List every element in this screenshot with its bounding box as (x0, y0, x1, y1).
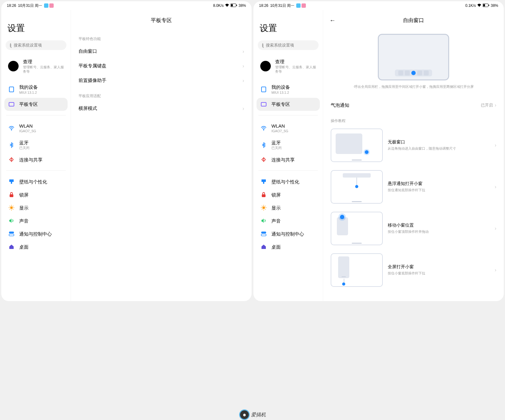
search-input[interactable] (14, 43, 66, 47)
search-icon (262, 43, 263, 47)
wifi-icon (225, 3, 229, 8)
svg-line-15 (13, 209, 13, 210)
lock-icon (8, 191, 15, 198)
section-label: 平板应用适配 (77, 88, 245, 101)
search-input[interactable] (266, 43, 318, 47)
svg-point-25 (263, 129, 264, 130)
sidebar-item-wlan[interactable]: WLANIGAO7_5G (257, 120, 320, 137)
back-button[interactable]: ← (329, 17, 336, 24)
row-landscape[interactable]: 横屏模式 › (77, 101, 245, 116)
main-panel: 平板专区 平板特色功能 自由窗口 › 平板专属键盘 › 前置摄像助手 › 平板应… (71, 10, 252, 301)
status-time: 18:26 (259, 3, 268, 8)
svg-rect-7 (11, 182, 12, 184)
sidebar-item-notification[interactable]: 通知与控制中心 (4, 227, 68, 240)
tutorial-fullscreen[interactable]: 全屏打开小窗 按住小窗底部操作杆下拉 › (329, 251, 498, 292)
wifi-icon (260, 125, 267, 132)
device-icon (260, 86, 267, 93)
tutorial-move-window[interactable]: 移动小窗位置 按住小窗顶部操作杆并拖动 › (329, 209, 498, 251)
page-header: 平板专区 (77, 10, 245, 31)
illustration-caption: ·呼出全局应用栏，拖拽应用至中间区域打开小窗，拖拽应用至两侧区域打开分屏 (344, 84, 483, 89)
sun-icon (260, 204, 267, 211)
chevron-right-icon: › (243, 78, 244, 84)
search-icon (10, 43, 11, 47)
sidebar-item-sound[interactable]: 声音 (257, 214, 320, 227)
net-speed: 0.1K/s (465, 3, 476, 8)
sidebar-item-lockscreen[interactable]: 锁屏 (257, 188, 320, 201)
sidebar-item-display[interactable]: 显示 (4, 201, 68, 214)
status-bar: 18:26 10月31日 周一 8.0K/s 38% (1, 1, 252, 10)
sidebar-item-tablet[interactable]: 平板专区 (4, 98, 68, 111)
home-icon (8, 243, 15, 250)
battery-pct: 38% (239, 3, 246, 8)
chevron-right-icon: › (495, 142, 496, 148)
svg-rect-39 (261, 234, 266, 236)
sun-icon (8, 204, 15, 211)
divider (258, 170, 318, 171)
sidebar-item-bluetooth[interactable]: 蓝牙已关闭 (257, 137, 320, 153)
svg-rect-19 (9, 234, 14, 236)
svg-rect-8 (10, 194, 13, 197)
account-row[interactable]: 查理 管理帐号、云服务、家人服务等 (257, 56, 320, 77)
device-icon (8, 86, 15, 93)
row-keyboard[interactable]: 平板专属键盘 › (77, 59, 245, 73)
svg-rect-1 (231, 4, 233, 6)
account-name: 查理 (23, 59, 64, 65)
svg-rect-24 (261, 102, 266, 106)
svg-line-34 (262, 206, 262, 206)
speaker-icon (8, 217, 15, 224)
lock-icon (260, 191, 267, 198)
sidebar-item-wlan[interactable]: WLANIGAO7_5G (4, 120, 68, 137)
sidebar-item-home[interactable]: 桌面 (4, 240, 68, 253)
settings-sidebar: 设置 查理 管理帐号、云服务、家人服务等 我的设备MIUI 13.1.2 平板专… (253, 10, 323, 301)
avatar (8, 61, 19, 71)
svg-line-17 (13, 206, 13, 206)
sidebar-item-wallpaper[interactable]: 壁纸与个性化 (257, 175, 320, 188)
svg-point-29 (262, 206, 265, 209)
sidebar-title: 设置 (257, 10, 320, 40)
account-row[interactable]: 查理 管理帐号、云服务、家人服务等 (4, 56, 68, 77)
svg-line-35 (265, 209, 266, 210)
bluetooth-icon (260, 142, 267, 148)
home-icon (260, 243, 267, 250)
row-camera-assist[interactable]: 前置摄像助手 › (77, 73, 245, 88)
screen-right: 18:26 10月31日 周一 0.1K/s 38% 设置 (253, 1, 504, 301)
row-free-window[interactable]: 自由窗口 › (77, 44, 245, 59)
search-box[interactable] (258, 40, 319, 50)
brush-icon (8, 178, 15, 185)
row-bubble-notification[interactable]: 气泡通知 已开启 › (329, 98, 498, 113)
screen-left: 18:26 10月31日 周一 8.0K/s 38% 设置 (1, 1, 252, 301)
divider (258, 115, 318, 115)
sidebar-item-wallpaper[interactable]: 壁纸与个性化 (4, 175, 68, 188)
chevron-right-icon: › (495, 184, 496, 190)
chevron-right-icon: › (243, 63, 244, 69)
sidebar-item-device[interactable]: 我的设备MIUI 13.1.2 (4, 81, 68, 98)
sidebar-item-device[interactable]: 我的设备MIUI 13.1.2 (257, 81, 320, 98)
status-date: 10月31日 周一 (18, 3, 42, 8)
svg-line-37 (265, 206, 266, 206)
brush-icon (260, 178, 267, 185)
sidebar-item-sound[interactable]: 声音 (4, 214, 68, 227)
toggle-icon (8, 230, 15, 237)
sidebar-item-bluetooth[interactable]: 蓝牙已关闭 (4, 137, 68, 153)
sidebar-item-home[interactable]: 桌面 (257, 240, 320, 253)
page-title: 平板专区 (151, 17, 172, 24)
wifi-icon (8, 125, 15, 132)
svg-rect-21 (483, 4, 485, 6)
svg-rect-2 (236, 5, 237, 6)
tutorial-float-notif[interactable]: 悬浮通知打开小窗 按住通知底部操作杆下拉 › (329, 168, 498, 209)
tutorial-thumb (331, 129, 383, 162)
sidebar-item-notification[interactable]: 通知与控制中心 (257, 227, 320, 240)
status-app-icons (296, 3, 306, 8)
sidebar-item-display[interactable]: 显示 (257, 201, 320, 214)
tutorial-thumb (331, 170, 383, 204)
tutorial-free-window[interactable]: 无极窗口 从边角拖动进入自由窗口，随意拖动调整尺寸 › (329, 126, 498, 168)
net-speed: 8.0K/s (213, 3, 224, 8)
sidebar-item-tablet[interactable]: 平板专区 (257, 98, 320, 111)
sidebar-item-connection[interactable]: 连接与共享 (257, 153, 320, 166)
sidebar-item-connection[interactable]: 连接与共享 (4, 153, 68, 166)
sidebar-item-lockscreen[interactable]: 锁屏 (4, 188, 68, 201)
svg-rect-22 (489, 5, 489, 6)
search-box[interactable] (6, 40, 66, 50)
share-icon (8, 156, 15, 163)
divider (6, 115, 66, 115)
